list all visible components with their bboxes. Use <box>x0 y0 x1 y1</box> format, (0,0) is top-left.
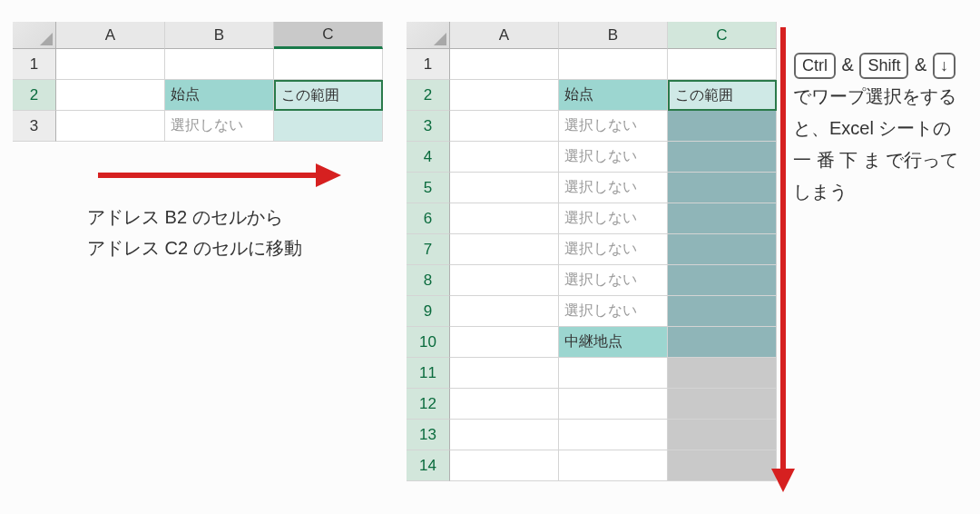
cell-c4[interactable] <box>668 142 777 173</box>
cell-b1[interactable] <box>559 49 668 80</box>
cell-c7[interactable] <box>668 234 777 265</box>
row-header-11[interactable]: 11 <box>407 358 450 389</box>
cell-a7[interactable] <box>450 234 559 265</box>
cell-b6[interactable]: 選択しない <box>559 203 668 234</box>
caption-line1: アドレス B2 のセルから <box>87 202 302 232</box>
row-header-3[interactable]: 3 <box>407 111 450 142</box>
cell-b10[interactable]: 中継地点 <box>559 327 668 358</box>
cell-c5[interactable] <box>668 173 777 203</box>
cell-c1[interactable] <box>668 49 777 80</box>
caption-text: でワープ選択をすると、Excel シートの 一 番 下 ま で行ってしまう <box>793 86 958 202</box>
cell-c3[interactable] <box>668 111 777 142</box>
row-header-10[interactable]: 10 <box>407 327 450 358</box>
cell-a11[interactable] <box>450 358 559 389</box>
red-arrow-right-icon <box>98 162 343 189</box>
cell-b2[interactable]: 始点 <box>165 80 274 111</box>
cell-c14[interactable] <box>668 450 777 481</box>
cell-c6[interactable] <box>668 203 777 234</box>
cell-a5[interactable] <box>450 173 559 203</box>
cell-b13[interactable] <box>559 420 668 450</box>
cell-a13[interactable] <box>450 420 559 450</box>
row-header-8[interactable]: 8 <box>407 265 450 296</box>
cell-a9[interactable] <box>450 296 559 327</box>
col-header-c[interactable]: C <box>274 22 383 49</box>
cell-c13[interactable] <box>668 420 777 450</box>
row-header-1[interactable]: 1 <box>13 49 56 80</box>
left-caption: アドレス B2 のセルから アドレス C2 のセルに移動 <box>87 202 302 263</box>
cell-c9[interactable] <box>668 296 777 327</box>
col-header-a[interactable]: A <box>56 22 165 49</box>
cell-a14[interactable] <box>450 450 559 481</box>
cell-c10[interactable] <box>668 327 777 358</box>
row-headers: 1 2 3 <box>13 22 56 142</box>
cell-b2[interactable]: 始点 <box>559 80 668 111</box>
cell-a2[interactable] <box>450 80 559 111</box>
cell-c8[interactable] <box>668 265 777 296</box>
row-headers: 1 2 3 4 5 6 7 8 9 10 11 12 13 14 <box>407 22 450 481</box>
cell-c2[interactable]: この範囲 <box>274 80 383 111</box>
cell-a1[interactable] <box>56 49 165 80</box>
row-header-6[interactable]: 6 <box>407 203 450 234</box>
cell-a2[interactable] <box>56 80 165 111</box>
row-header-3[interactable]: 3 <box>13 111 56 142</box>
cell-b8[interactable]: 選択しない <box>559 265 668 296</box>
svg-marker-3 <box>771 469 795 492</box>
amp-1: & <box>837 54 858 74</box>
cell-a12[interactable] <box>450 389 559 420</box>
cell-b7[interactable]: 選択しない <box>559 234 668 265</box>
row-header-14[interactable]: 14 <box>407 450 450 481</box>
cell-c3[interactable] <box>274 111 383 142</box>
cell-b4[interactable]: 選択しない <box>559 142 668 173</box>
cell-b3[interactable]: 選択しない <box>559 111 668 142</box>
ctrl-key: Ctrl <box>794 53 836 79</box>
cell-b11[interactable] <box>559 358 668 389</box>
cell-a10[interactable] <box>450 327 559 358</box>
left-spreadsheet: 1 2 3 A B C 始点 この範囲 選択しない <box>13 22 383 142</box>
row-header-7[interactable]: 7 <box>407 234 450 265</box>
down-arrow-key: ↓ <box>933 53 956 79</box>
cell-a8[interactable] <box>450 265 559 296</box>
cell-b9[interactable]: 選択しない <box>559 296 668 327</box>
cell-b14[interactable] <box>559 450 668 481</box>
select-all-corner[interactable] <box>13 22 56 49</box>
row-header-12[interactable]: 12 <box>407 389 450 420</box>
right-caption: Ctrl & Shift & ↓ でワープ選択をすると、Excel シートの 一… <box>793 49 975 208</box>
cell-a1[interactable] <box>450 49 559 80</box>
row-header-2[interactable]: 2 <box>407 80 450 111</box>
cell-c12[interactable] <box>668 389 777 420</box>
cell-a6[interactable] <box>450 203 559 234</box>
col-header-a[interactable]: A <box>450 22 559 49</box>
cell-c2[interactable]: この範囲 <box>668 80 777 111</box>
row-header-2[interactable]: 2 <box>13 80 56 111</box>
cell-b1[interactable] <box>165 49 274 80</box>
cells-area: A B C 始点 この範囲 選択しない 選択しない 選択しない <box>450 22 777 481</box>
row-header-4[interactable]: 4 <box>407 142 450 173</box>
cell-a3[interactable] <box>56 111 165 142</box>
amp-2: & <box>909 54 931 74</box>
cell-b12[interactable] <box>559 389 668 420</box>
row-header-9[interactable]: 9 <box>407 296 450 327</box>
row-header-1[interactable]: 1 <box>407 49 450 80</box>
cell-a3[interactable] <box>450 111 559 142</box>
row-header-5[interactable]: 5 <box>407 173 450 203</box>
caption-line2: アドレス C2 のセルに移動 <box>87 232 302 263</box>
select-all-corner[interactable] <box>407 22 450 49</box>
shift-key: Shift <box>859 53 908 79</box>
col-header-c[interactable]: C <box>668 22 777 49</box>
col-header-b[interactable]: B <box>165 22 274 49</box>
cell-b3[interactable]: 選択しない <box>165 111 274 142</box>
cell-a4[interactable] <box>450 142 559 173</box>
col-header-b[interactable]: B <box>559 22 668 49</box>
cell-c1[interactable] <box>274 49 383 80</box>
cell-b5[interactable]: 選択しない <box>559 173 668 203</box>
cell-c11[interactable] <box>668 358 777 389</box>
svg-marker-1 <box>316 163 341 187</box>
row-header-13[interactable]: 13 <box>407 420 450 450</box>
right-spreadsheet: 1 2 3 4 5 6 7 8 9 10 11 12 13 14 A B C 始… <box>407 22 777 481</box>
cells-area: A B C 始点 この範囲 選択しない <box>56 22 383 142</box>
